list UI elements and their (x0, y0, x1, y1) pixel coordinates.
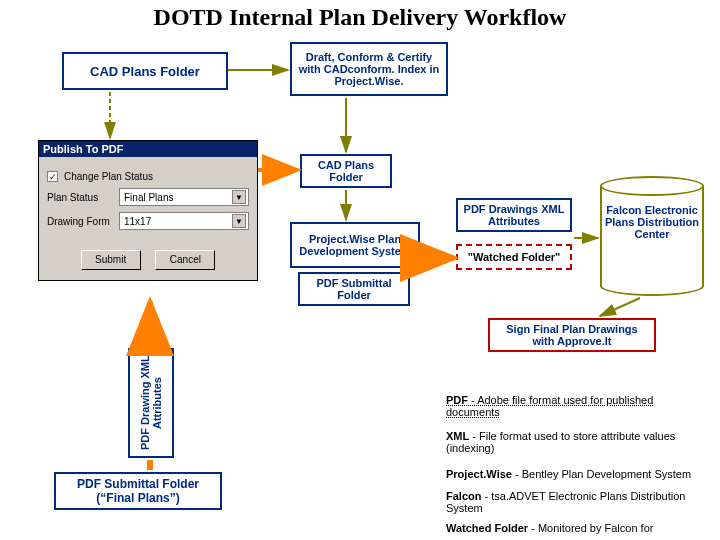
box-sign-final: Sign Final Plan Drawings with Approve.It (488, 318, 656, 352)
box-draft-conform: Draft, Conform & Certify with CADconform… (290, 42, 448, 96)
svg-line-7 (600, 298, 640, 316)
gloss-xml: XML - File format used to store attribut… (446, 430, 710, 454)
cylinder-label: Falcon Electronic Plans Distribution Cen… (604, 204, 700, 240)
gloss-projectwise: Project.Wise - Bentley Plan Development … (446, 468, 710, 480)
box-pdf-submittal: PDF Submittal Folder (298, 272, 410, 306)
plan-status-label: Plan Status (47, 192, 119, 203)
plan-status-value: Final Plans (124, 192, 173, 203)
checkbox-icon[interactable]: ✓ (47, 171, 58, 182)
submit-button[interactable]: Submit (81, 250, 141, 270)
drawing-form-select[interactable]: 11x17 ▼ (119, 212, 249, 230)
box-final-plans: PDF Submittal Folder (“Final Plans”) (54, 472, 222, 510)
dropdown-icon[interactable]: ▼ (232, 190, 246, 204)
page-title: DOTD Internal Plan Delivery Workflow (0, 4, 720, 31)
cancel-button[interactable]: Cancel (155, 250, 215, 270)
gloss-watched-folder: Watched Folder - Monitored by Falcon for (446, 522, 710, 534)
checkbox-row[interactable]: ✓ Change Plan Status (47, 171, 249, 182)
checkbox-label: Change Plan Status (64, 171, 153, 182)
gloss-falcon: Falcon - tsa.ADVET Electronic Plans Dist… (446, 490, 710, 514)
box-cad-plans-small: CAD Plans Folder (300, 154, 392, 188)
publish-pdf-dialog: Publish To PDF ✓ Change Plan Status Plan… (38, 140, 258, 281)
box-projectwise: Project.Wise Plan Development System (290, 222, 420, 268)
box-vertical-attrs: PDF Drawing XML Attributes (128, 348, 174, 458)
falcon-cylinder: Falcon Electronic Plans Distribution Cen… (600, 176, 704, 296)
drawing-form-label: Drawing Form (47, 216, 119, 227)
dialog-title: Publish To PDF (39, 141, 257, 157)
box-pdf-attrs: PDF Drawings XML Attributes (456, 198, 572, 232)
drawing-form-value: 11x17 (124, 216, 151, 227)
dropdown-icon[interactable]: ▼ (232, 214, 246, 228)
gloss-pdf: PDF - Adobe file format used for publish… (446, 394, 706, 418)
box-watched-folder: "Watched Folder" (456, 244, 572, 270)
plan-status-select[interactable]: Final Plans ▼ (119, 188, 249, 206)
box-cad-plans-folder: CAD Plans Folder (62, 52, 228, 90)
